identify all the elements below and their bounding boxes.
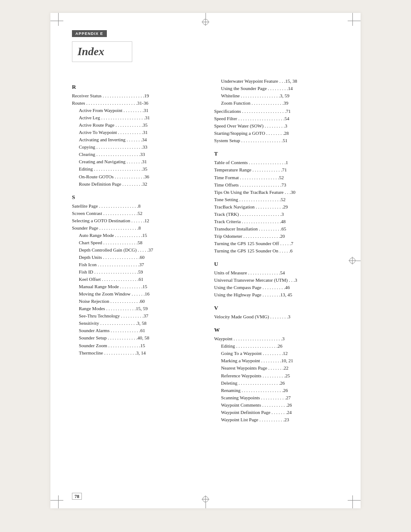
list-item: Fish ID . . . . . . . . . . . . . . . . … [72, 268, 201, 276]
list-item: See-Thru Technology . . . . . . . . . .3… [72, 312, 201, 320]
list-item: Tips On Using the TracBack Feature . . .… [214, 189, 339, 196]
list-item: Manual Range Mode . . . . . . . . . .15 [72, 283, 201, 290]
list-item: Sounder Setup . . . . . . . . . . . . .4… [72, 334, 201, 342]
list-item: Zoom Function . . . . . . . . . . . . . … [214, 100, 339, 107]
list-item: Clearing . . . . . . . . . . . . . . . .… [72, 151, 201, 158]
right-column: Underwater Waypoint Feature . . .15, 38 … [214, 78, 339, 423]
list-item: Track Criteria . . . . . . . . . . . . .… [214, 218, 339, 225]
section-w-letter: W [214, 327, 339, 333]
list-item: Sounder Zoom . . . . . . . . . . . . . .… [72, 342, 201, 349]
list-item: Route Definition Page . . . . . . . . .3… [72, 180, 201, 188]
list-item: System Setup . . . . . . . . . . . . . .… [214, 137, 339, 144]
list-item: Depth Units . . . . . . . . . . . . . . … [72, 254, 201, 261]
left-column: R Receiver Status . . . . . . . . . . . … [72, 78, 201, 357]
list-item: Auto Range Mode . . . . . . . . . . . .1… [72, 232, 201, 239]
list-item: Depth Controlled Gain (DCG) . . . . .37 [72, 246, 201, 254]
list-item: Selecting a GOTO Destination . . . . . .… [72, 217, 201, 224]
list-item: Receiver Status . . . . . . . . . . . . … [72, 92, 201, 100]
list-item: Fish Icon . . . . . . . . . . . . . . . … [72, 261, 201, 268]
list-item: Active Route Page . . . . . . . . . . . … [72, 121, 201, 129]
list-item: Scanning Waypoints . . . . . . . . . . .… [214, 394, 339, 401]
list-item: Turning the GPS 125 Sounder On . . . . .… [214, 247, 339, 255]
list-item: Chart Speed . . . . . . . . . . . . . . … [72, 239, 201, 246]
list-item: Velocity Made Good (VMG) . . . . . . . .… [214, 313, 339, 320]
list-item: Active To Waypoint . . . . . . . . . . .… [72, 129, 201, 136]
list-item: Trip Odometer . . . . . . . . . . . . . … [214, 233, 339, 240]
list-item: Waypoint Comments . . . . . . . . . . .2… [214, 401, 339, 409]
list-item: Transducer Installation . . . . . . . . … [214, 225, 339, 233]
list-item: Reference Waypoints . . . . . . . . . .2… [214, 372, 339, 380]
list-item: Using the Sounder Page . . . . . . . . .… [214, 85, 339, 92]
list-item: Units of Measure . . . . . . . . . . . .… [214, 269, 339, 277]
section-u-entries: Units of Measure . . . . . . . . . . . .… [214, 269, 339, 299]
top-crosshair [202, 13, 209, 26]
list-item: On-Route GOTOs . . . . . . . . . . . . .… [72, 173, 201, 180]
top-continuation: Underwater Waypoint Feature . . .15, 38 … [214, 78, 339, 107]
list-item: Copying . . . . . . . . . . . . . . . . … [72, 143, 201, 151]
list-item: Using the Highway Page . . . . . . . .13… [214, 291, 339, 299]
list-item: Underwater Waypoint Feature . . .15, 38 [214, 78, 339, 85]
corner-mark-bl-v [58, 495, 59, 508]
list-item: Tone Setting . . . . . . . . . . . . . .… [214, 196, 339, 203]
section-s-letter: S [72, 194, 201, 201]
pre-entries: Specifications . . . . . . . . . . . . .… [214, 108, 339, 144]
section-s-entries: Satellite Page . . . . . . . . . . . . .… [72, 202, 201, 357]
section-v-entries: Velocity Made Good (VMG) . . . . . . . .… [214, 313, 339, 320]
bottom-crosshair [202, 495, 209, 508]
list-item: Starting/Stopping a GOTO . . . . . . . .… [214, 130, 339, 137]
corner-mark-br-h [348, 500, 361, 501]
index-content: R Receiver Status . . . . . . . . . . . … [72, 78, 339, 423]
list-item: Nearest Waypoints Page . . . . . . .22 [214, 364, 339, 372]
corner-mark-br-v [352, 495, 353, 508]
list-item: Activating and Inverting . . . . . . .34 [72, 136, 201, 143]
corner-mark-tl-h [50, 21, 63, 21]
index-header: APPENDIX E Index [72, 30, 339, 70]
appendix-label: APPENDIX E [72, 30, 107, 37]
list-item: Speed Filter . . . . . . . . . . . . . .… [214, 115, 339, 122]
list-item: Keel Offset . . . . . . . . . . . . . . … [72, 276, 201, 283]
list-item: Active From Waypoint . . . . . . . . .31 [72, 107, 201, 114]
list-item: Using the Compass Page . . . . . . . . .… [214, 284, 339, 291]
list-item: Universal Transverse Mercator (UTM) . . … [214, 277, 339, 284]
list-item: Table of Contents . . . . . . . . . . . … [214, 159, 339, 166]
list-item: Editing . . . . . . . . . . . . . . . . … [214, 342, 339, 350]
list-item: Satellite Page . . . . . . . . . . . . .… [72, 202, 201, 210]
section-r-letter: R [72, 84, 201, 90]
section-v-letter: V [214, 305, 339, 311]
list-item: Sensitivity . . . . . . . . . . . . . . … [72, 320, 201, 327]
corner-mark-tr-h [348, 21, 361, 21]
list-item: TracBack Navigation . . . . . . . . . . … [214, 203, 339, 211]
page: APPENDIX E Index R Receiver Status . . .… [50, 13, 361, 508]
list-item: Renaming . . . . . . . . . . . . . . . .… [214, 387, 339, 394]
list-item: Turning the GPS 125 Sounder Off . . . . … [214, 240, 339, 247]
list-item: Range Modes . . . . . . . . . . . . .15,… [72, 305, 201, 312]
list-item: Sounder Page . . . . . . . . . . . . . .… [72, 224, 201, 232]
list-item: Sounder Alarms . . . . . . . . . . . . .… [72, 327, 201, 334]
list-item: Marking a Waypoint . . . . . . . . .10, … [214, 357, 339, 364]
list-item: Whiteline . . . . . . . . . . . . . . . … [214, 92, 339, 100]
list-item: Routes . . . . . . . . . . . . . . . . .… [72, 100, 201, 107]
section-t-letter: T [214, 150, 339, 157]
list-item: Time Offsets . . . . . . . . . . . . . .… [214, 181, 339, 189]
list-item: Moving the Zoom Window . . . . . .16 [72, 290, 201, 298]
list-item: Creating and Navigating . . . . . . .31 [72, 158, 201, 165]
index-title: Index [72, 41, 132, 62]
list-item: Deleting . . . . . . . . . . . . . . . .… [214, 380, 339, 387]
list-item: Waypoint Definition Page . . . . . . .24 [214, 409, 339, 416]
list-item: Time Format . . . . . . . . . . . . . . … [214, 174, 339, 181]
section-u-letter: U [214, 261, 339, 268]
list-item: Noise Rejection . . . . . . . . . . . . … [72, 298, 201, 305]
corner-mark-tr-v [352, 13, 353, 26]
list-item: Track (TRK) . . . . . . . . . . . . . . … [214, 211, 339, 218]
section-r-entries: Receiver Status . . . . . . . . . . . . … [72, 92, 201, 188]
list-item: Waypoint List Page . . . . . . . . . . .… [214, 416, 339, 423]
list-item: Speed Over Water (SOW) . . . . . . . . .… [214, 122, 339, 130]
list-item: Thermocline . . . . . . . . . . . . . .3… [72, 349, 201, 357]
right-crosshair [349, 257, 361, 264]
list-item: Screen Contrast . . . . . . . . . . . . … [72, 210, 201, 217]
list-item: Specifications . . . . . . . . . . . . .… [214, 108, 339, 115]
corner-mark-tl-v [58, 13, 59, 26]
page-number: 78 [72, 493, 82, 500]
corner-mark-bl-h [50, 500, 63, 501]
section-w-entries: Waypoint . . . . . . . . . . . . . . . .… [214, 335, 339, 423]
